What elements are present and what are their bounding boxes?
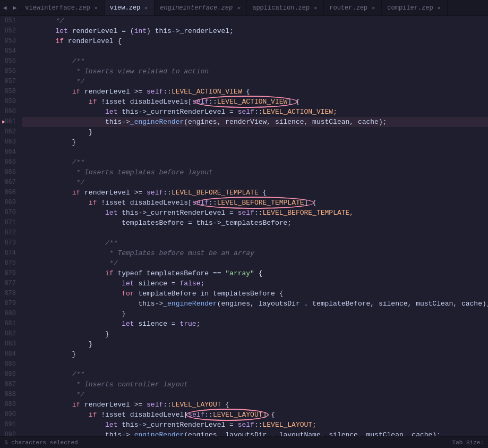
code-token: _engineRender [130, 430, 184, 436]
tab-t1[interactable]: viewinterface.zep✕ [20, 0, 104, 15]
code-token: ] { [263, 410, 275, 420]
code-token: :: [163, 87, 172, 97]
code-line: if renderLevel >= self::LEVEL_BEFORE_TEM… [22, 188, 488, 198]
code-token: { [221, 400, 230, 410]
tab-t6[interactable]: compiler.zep✕ [382, 0, 447, 15]
code-token: LEVEL_LAYOUT; [263, 420, 316, 430]
line-number: 879 [2, 299, 16, 309]
code-token: !isset disabledLevels[ [97, 198, 192, 208]
tab-close-btn[interactable]: ✕ [236, 4, 241, 12]
tab-t4[interactable]: application.zep✕ [247, 0, 324, 15]
code-token: */ [22, 77, 84, 87]
line-number: 870 [2, 208, 16, 218]
code-token: LEVEL_BEFORE_TEMPLATE [172, 188, 259, 198]
line-number: 855 [2, 56, 16, 66]
tab-t2[interactable]: view.zep✕ [105, 0, 155, 15]
code-token: let [105, 420, 117, 430]
code-line [22, 359, 488, 369]
code-token: :: [209, 198, 217, 208]
code-token: */ [22, 16, 64, 26]
code-token: this-> [22, 299, 163, 309]
code-token: (engines, renderView, silence, mustClean… [184, 117, 387, 127]
code-token: if [105, 268, 114, 278]
tab-close-btn[interactable]: ✕ [143, 4, 149, 12]
code-token: } [22, 127, 93, 137]
line-number: 882 [2, 329, 16, 339]
code-token: false [179, 278, 200, 289]
tab-close-btn[interactable]: ✕ [313, 4, 318, 12]
line-number: 884 [2, 349, 16, 359]
code-token: if [72, 400, 81, 410]
line-number: 875 [2, 258, 16, 268]
code-token: self [238, 208, 254, 218]
code-token: (engines, layoutsDir . layoutName, silen… [184, 430, 441, 436]
code-token: self [147, 87, 163, 97]
line-number: 858 [2, 87, 16, 97]
line-number: 877 [2, 278, 16, 289]
code-line: if !isset disabledLevels[self::LEVEL_BEF… [22, 198, 488, 208]
code-token: :: [204, 410, 213, 420]
code-token: templatesBefore = this->_templatesBefore… [22, 218, 292, 228]
code-line: * Templates before must be an array [22, 248, 488, 258]
code-token: */ [22, 258, 117, 268]
line-number: 890 [2, 410, 16, 420]
tab-close-btn[interactable]: ✕ [436, 4, 442, 12]
tab-t3[interactable]: engineinterface.zep✕ [155, 0, 247, 15]
code-token: renderLevel = ( [68, 26, 134, 36]
line-number: 863 [2, 137, 16, 147]
code-line: if typeof templatesBefore == "array" { [22, 268, 488, 278]
code-line: let renderLevel = (int) this->_renderLev… [22, 26, 488, 36]
code-token: LEVEL_LAYOUT [172, 400, 221, 410]
code-line: if renderLevel { [22, 36, 488, 46]
code-token: if [89, 97, 97, 107]
code-area[interactable]: */ let renderLevel = (int) this->_render… [20, 16, 488, 436]
code-token: renderLevel >= [80, 400, 147, 410]
code-token: } [22, 329, 109, 339]
tab-label: view.zep [110, 4, 141, 12]
code-token: this->_currentRenderLevel = [117, 107, 237, 117]
code-token: let [105, 208, 117, 218]
line-number: 886 [2, 369, 16, 379]
line-number: 873 [2, 238, 16, 248]
code-line: * Inserts controller layout [22, 379, 488, 390]
code-token: LEVEL_ACTION_VIEW [172, 87, 242, 97]
tab-close-btn[interactable]: ✕ [93, 4, 99, 12]
code-token: true [179, 319, 196, 329]
code-line: let silence = true; [22, 319, 488, 329]
code-token: !isset disabledLevel[ [97, 410, 188, 420]
tab-t5[interactable]: router.zep✕ [324, 0, 382, 15]
code-token [22, 97, 89, 107]
code-line: */ [22, 77, 488, 87]
line-gutter: 851852853854855856857858859860▶861862863… [0, 16, 20, 436]
line-number: 859 [2, 97, 16, 107]
code-token: renderLevel >= [80, 87, 147, 97]
code-token: int [134, 26, 147, 36]
code-line: this->_engineRender(engines, layoutsDir … [22, 430, 488, 436]
code-token [22, 26, 55, 36]
code-token: :: [163, 188, 172, 198]
breakpoint-arrow-icon: ▶ [2, 117, 5, 127]
code-token: ] { [304, 198, 316, 208]
tab-prev-btn[interactable]: ◀ [0, 0, 10, 15]
code-token [22, 289, 122, 299]
code-token: } [22, 137, 76, 147]
code-line [22, 147, 488, 157]
code-line: this->_engineRender(engines, layoutsDir … [22, 299, 488, 309]
code-token: LEVEL_ACTION_VIEW [217, 97, 288, 107]
code-token: let [122, 278, 134, 289]
line-number: 887 [2, 379, 16, 390]
line-number: 857 [2, 77, 16, 87]
line-number: 876 [2, 268, 16, 278]
line-number: 872 [2, 228, 16, 238]
line-number: 852 [2, 26, 16, 36]
code-token: _engineRender [130, 117, 184, 127]
code-token: ; [200, 278, 204, 289]
tab-next-btn[interactable]: ▶ [10, 0, 20, 15]
code-token: :: [163, 400, 172, 410]
code-token: if [89, 410, 97, 420]
code-line: this->_engineRender(engines, renderView,… [22, 117, 488, 127]
line-number: 891 [2, 420, 16, 430]
tab-close-btn[interactable]: ✕ [371, 4, 376, 12]
code-token [22, 319, 122, 329]
code-line: */ [22, 16, 488, 26]
